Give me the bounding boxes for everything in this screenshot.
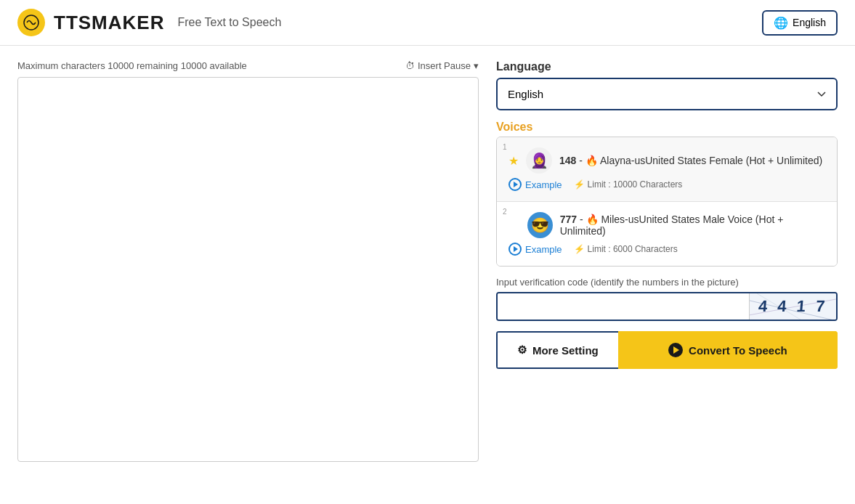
left-panel: Maximum characters 10000 remaining 10000… — [17, 60, 479, 462]
more-setting-button[interactable]: ⚙ More Setting — [496, 331, 618, 369]
more-setting-label: More Setting — [532, 344, 599, 357]
voice-example-1[interactable]: Example — [508, 178, 562, 191]
example-label-2: Example — [525, 244, 562, 255]
limit-text-2: Limit : 6000 Characters — [588, 244, 678, 254]
voices-section: Voices 1 ★ 🧕 148 - 🔥 Alayna-usUnited Sta… — [496, 121, 838, 267]
convert-button[interactable]: Convert To Speech — [618, 331, 838, 369]
play-icon-2 — [508, 243, 522, 256]
limit-icon-2: ⚡ — [574, 244, 585, 254]
example-label-1: Example — [525, 179, 562, 190]
clock-icon: ⏱ — [405, 60, 415, 71]
voice-info-2: 777 - 🔥 Miles-usUnited States Male Voice… — [560, 214, 825, 237]
voice-header-2: 😎 777 - 🔥 Miles-usUnited States Male Voi… — [508, 212, 825, 238]
play-triangle-1 — [514, 182, 518, 187]
insert-pause-label: Insert Pause — [418, 60, 471, 71]
fire-icon-2: 🔥 — [586, 214, 599, 225]
verification-input[interactable] — [498, 293, 749, 320]
voice-limit-2: ⚡ Limit : 6000 Characters — [574, 244, 678, 254]
voices-list: 1 ★ 🧕 148 - 🔥 Alayna-usUnited States Fem… — [496, 137, 838, 267]
play-icon-1 — [508, 178, 522, 191]
convert-label: Convert To Speech — [689, 344, 787, 357]
header-left: TTSMAKER Free Text to Speech — [17, 9, 281, 36]
chevron-down-icon: ▾ — [474, 60, 479, 71]
convert-play-icon — [668, 343, 683, 357]
voice-desc-1: United States Female (Hot + Unlimited) — [645, 155, 822, 166]
voice-number-2: 2 — [503, 208, 507, 216]
language-select[interactable]: English Chinese Spanish French German Ja… — [496, 78, 838, 110]
fire-icon-1: 🔥 — [585, 155, 598, 166]
voice-example-2[interactable]: Example — [508, 243, 562, 256]
limit-text-1: Limit : 10000 Characters — [588, 179, 683, 190]
convert-play-triangle — [673, 346, 679, 354]
play-triangle-2 — [514, 246, 518, 252]
captcha-box: 4 4 1 7 — [749, 293, 836, 320]
language-section: Language English Chinese Spanish French … — [496, 60, 838, 110]
language-section-label: Language — [496, 60, 838, 73]
logo-text: TTSMAKER — [54, 12, 164, 34]
voice-item-1[interactable]: 1 ★ 🧕 148 - 🔥 Alayna-usUnited States Fem… — [497, 137, 837, 202]
voice-footer-1: Example ⚡ Limit : 10000 Characters — [508, 178, 825, 191]
voice-avatar-1: 🧕 — [526, 147, 552, 174]
char-count-label: Maximum characters 10000 remaining 10000… — [17, 60, 247, 71]
limit-icon-1: ⚡ — [574, 179, 585, 190]
main-content: Maximum characters 10000 remaining 10000… — [0, 46, 855, 476]
language-button[interactable]: 🌐 English — [762, 10, 838, 36]
verification-label: Input verification code (identify the nu… — [496, 277, 838, 288]
char-info-row: Maximum characters 10000 remaining 10000… — [17, 60, 479, 71]
globe-icon: 🌐 — [774, 16, 788, 30]
tagline: Free Text to Speech — [177, 16, 281, 29]
voice-name-2: Miles-us — [601, 214, 639, 225]
text-input[interactable] — [17, 77, 479, 462]
voice-number-label-2: 777 — [560, 214, 577, 225]
settings-icon: ⚙ — [517, 344, 527, 357]
voice-avatar-2: 😎 — [527, 212, 553, 238]
voice-limit-1: ⚡ Limit : 10000 Characters — [574, 179, 683, 190]
verification-section: Input verification code (identify the nu… — [496, 277, 838, 321]
star-icon-1: ★ — [508, 154, 519, 168]
voice-item-2[interactable]: 2 😎 777 - 🔥 Miles-usUnited States Male V… — [497, 202, 837, 266]
captcha-text: 4 4 1 7 — [758, 297, 829, 316]
bottom-buttons: ⚙ More Setting Convert To Speech — [496, 331, 838, 369]
voice-name-1: Alayna-us — [600, 155, 645, 166]
logo-icon — [17, 9, 45, 36]
voice-footer-2: Example ⚡ Limit : 6000 Characters — [508, 243, 825, 256]
right-panel: Language English Chinese Spanish French … — [496, 60, 838, 462]
voice-header-1: ★ 🧕 148 - 🔥 Alayna-usUnited States Femal… — [508, 147, 825, 174]
insert-pause-button[interactable]: ⏱ Insert Pause ▾ — [405, 60, 479, 71]
lang-button-label: English — [793, 17, 826, 28]
voice-number-1: 1 — [503, 143, 507, 151]
voice-info-1: 148 - 🔥 Alayna-usUnited States Female (H… — [559, 155, 822, 166]
voice-number-label-1: 148 — [559, 155, 576, 166]
header: TTSMAKER Free Text to Speech 🌐 English — [0, 0, 855, 46]
verification-row: 4 4 1 7 — [496, 292, 838, 321]
voices-label: Voices — [496, 121, 838, 134]
